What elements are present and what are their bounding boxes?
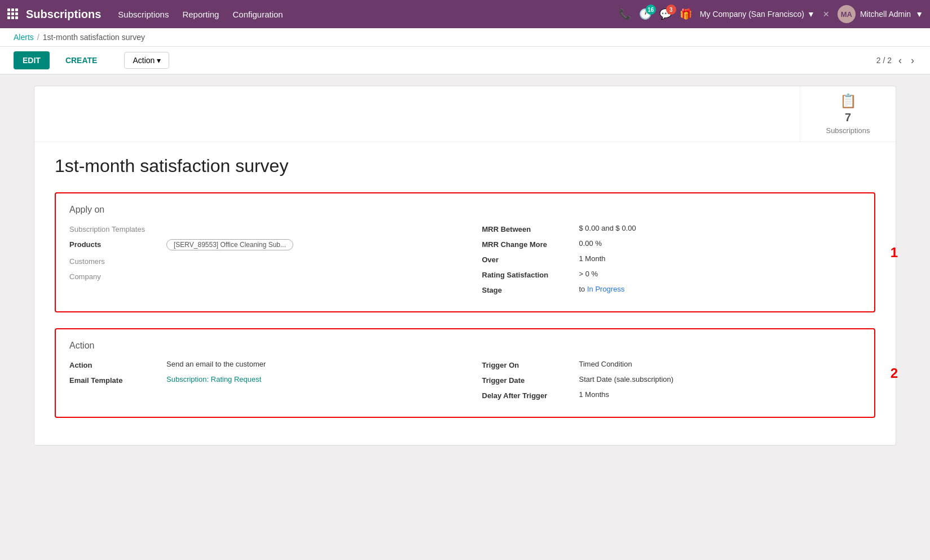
- mrr-between-label: MRR Between: [482, 224, 572, 233]
- nav-divider: ✕: [823, 10, 830, 19]
- email-template-value[interactable]: Subscription: Rating Request: [166, 375, 261, 383]
- svg-rect-5: [15, 12, 18, 15]
- pagination: 2 / 2 ‹ ›: [876, 55, 916, 67]
- gift-icon[interactable]: 🎁: [680, 8, 692, 20]
- svg-rect-2: [15, 8, 18, 11]
- activity-icon[interactable]: 🕐 16: [639, 8, 651, 20]
- svg-rect-0: [7, 8, 10, 11]
- app-title: Subscriptions: [26, 8, 101, 21]
- mrr-between-value: $ 0.00 and $ 0.00: [579, 224, 636, 232]
- section1-num: 1: [891, 245, 898, 261]
- grid-icon[interactable]: [7, 8, 18, 21]
- record-card: 📋 7 Subscriptions 1st-month satisfaction…: [34, 86, 896, 446]
- field-company: Company: [69, 271, 448, 281]
- field-customers: Customers: [69, 256, 448, 266]
- section-apply-on: Apply on Subscription Templates Products…: [55, 192, 875, 312]
- action-value: Send an email to the customer: [166, 360, 266, 368]
- trigger-date-value: Start Date (sale.subscription): [579, 375, 674, 383]
- subscription-templates-label: Subscription Templates: [69, 224, 160, 233]
- record-header-main: [34, 86, 800, 142]
- svg-rect-3: [7, 12, 10, 15]
- customers-label: Customers: [69, 256, 160, 266]
- main-content: 📋 7 Subscriptions 1st-month satisfaction…: [0, 74, 930, 457]
- breadcrumb-parent[interactable]: Alerts: [14, 33, 34, 42]
- topnav-right: 📞 🕐 16 💬 3 🎁 My Company (San Francisco) …: [619, 5, 923, 23]
- mrr-change-label: MRR Change More: [482, 239, 572, 249]
- products-label: Products: [69, 239, 160, 249]
- stage-label: Stage: [482, 285, 572, 294]
- company-label: Company: [69, 271, 160, 281]
- trigger-on-value: Timed Condition: [579, 360, 632, 368]
- field-trigger-on: Trigger On Timed Condition: [482, 360, 861, 369]
- delay-value: 1 Months: [579, 390, 609, 399]
- email-template-label: Email Template: [69, 375, 160, 385]
- field-subscription-templates: Subscription Templates: [69, 224, 448, 233]
- action-button[interactable]: Action ▾: [124, 52, 169, 69]
- chevron-down-icon: ▾: [157, 56, 161, 65]
- field-trigger-date: Trigger Date Start Date (sale.subscripti…: [482, 375, 861, 385]
- breadcrumb-current: 1st-month satisfaction survey: [43, 33, 145, 42]
- stage-to: to In Progress: [579, 285, 625, 293]
- svg-rect-6: [7, 16, 10, 19]
- stage-value[interactable]: In Progress: [587, 285, 624, 293]
- topnav: Subscriptions Subscriptions Reporting Co…: [0, 0, 930, 28]
- chat-badge: 3: [666, 5, 676, 15]
- subscriptions-icon: 📋: [840, 93, 857, 109]
- trigger-on-label: Trigger On: [482, 360, 572, 369]
- section1-title: Apply on: [69, 205, 861, 215]
- phone-icon[interactable]: 📞: [619, 8, 631, 20]
- field-products: Products [SERV_89553] Office Cleaning Su…: [69, 239, 448, 250]
- rating-value: > 0 %: [579, 270, 598, 278]
- field-over: Over 1 Month: [482, 254, 861, 264]
- over-label: Over: [482, 254, 572, 264]
- subscriptions-label: Subscriptions: [826, 126, 870, 135]
- section2-left: Action Send an email to the customer Ema…: [69, 360, 448, 405]
- field-email-template: Email Template Subscription: Rating Requ…: [69, 375, 448, 385]
- user-menu[interactable]: MA Mitchell Admin ▼: [838, 5, 923, 23]
- record-title: 1st-month satisfaction survey: [55, 156, 875, 177]
- svg-rect-7: [11, 16, 14, 19]
- next-button[interactable]: ›: [909, 55, 916, 67]
- field-mrr-change: MRR Change More 0.00 %: [482, 239, 861, 249]
- topnav-subscriptions[interactable]: Subscriptions: [118, 10, 169, 19]
- svg-rect-4: [11, 12, 14, 15]
- topnav-configuration[interactable]: Configuration: [232, 10, 283, 19]
- over-value: 1 Month: [579, 254, 606, 263]
- section1-left: Subscription Templates Products [SERV_89…: [69, 224, 448, 300]
- section2-right: Trigger On Timed Condition Trigger Date …: [482, 360, 861, 405]
- action-label: Action: [69, 360, 160, 369]
- toolbar: EDIT CREATE Action ▾ 2 / 2 ‹ ›: [0, 47, 930, 74]
- mrr-change-value: 0.00 %: [579, 239, 602, 248]
- field-mrr-between: MRR Between $ 0.00 and $ 0.00: [482, 224, 861, 233]
- breadcrumb: Alerts / 1st-month satisfaction survey: [0, 28, 930, 47]
- field-delay: Delay After Trigger 1 Months: [482, 390, 861, 400]
- products-value[interactable]: [SERV_89553] Office Cleaning Sub...: [166, 239, 293, 250]
- activity-badge: 16: [646, 5, 656, 15]
- topnav-reporting[interactable]: Reporting: [182, 10, 219, 19]
- rating-label: Rating Satisfaction: [482, 270, 572, 279]
- section1-right: MRR Between $ 0.00 and $ 0.00 MRR Change…: [482, 224, 861, 300]
- prev-button[interactable]: ‹: [896, 55, 904, 67]
- section1-content: Subscription Templates Products [SERV_89…: [69, 224, 861, 300]
- field-rating: Rating Satisfaction > 0 %: [482, 270, 861, 279]
- trigger-date-label: Trigger Date: [482, 375, 572, 385]
- record-body: 1st-month satisfaction survey Apply on S…: [34, 142, 896, 445]
- delay-label: Delay After Trigger: [482, 390, 572, 400]
- avatar: MA: [838, 5, 856, 23]
- svg-rect-1: [11, 8, 14, 11]
- section2-content: Action Send an email to the customer Ema…: [69, 360, 861, 405]
- company-selector[interactable]: My Company (San Francisco) ▼: [700, 10, 815, 19]
- subscriptions-side[interactable]: 📋 7 Subscriptions: [800, 86, 896, 142]
- record-header: 📋 7 Subscriptions: [34, 86, 896, 142]
- section-action: Action Action Send an email to the custo…: [55, 328, 875, 418]
- topnav-links: Subscriptions Reporting Configuration: [118, 10, 618, 19]
- svg-rect-8: [15, 16, 18, 19]
- field-stage: Stage to In Progress: [482, 285, 861, 294]
- field-action: Action Send an email to the customer: [69, 360, 448, 369]
- chat-icon[interactable]: 💬 3: [659, 8, 672, 20]
- create-button[interactable]: CREATE: [56, 51, 107, 69]
- section2-num: 2: [891, 365, 898, 381]
- section2-title: Action: [69, 341, 861, 351]
- breadcrumb-separator: /: [37, 33, 39, 42]
- edit-button[interactable]: EDIT: [14, 51, 50, 69]
